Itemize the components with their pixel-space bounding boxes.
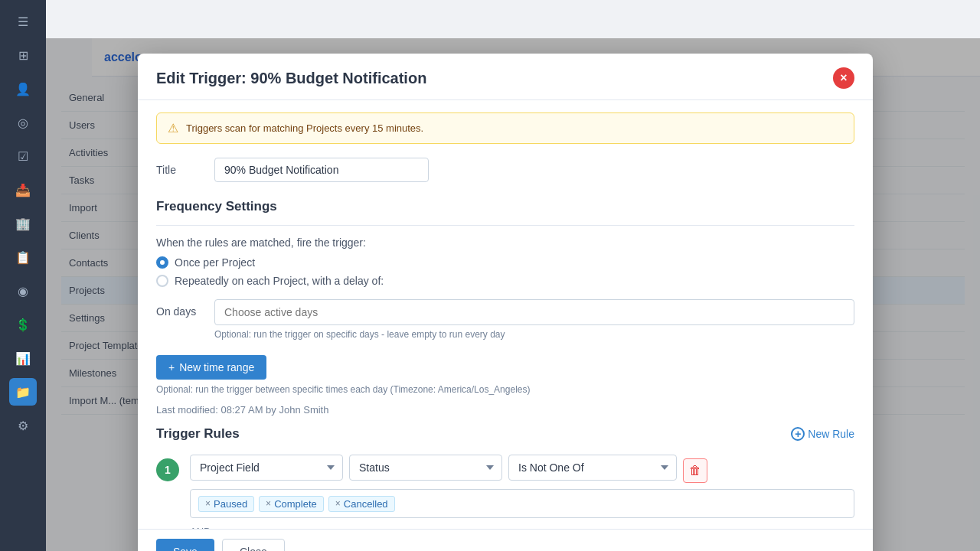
once-per-project-radio[interactable]: Once per Project: [156, 256, 854, 269]
sidebar-clients-icon[interactable]: 🏢: [9, 210, 37, 237]
rule-1-number: 1: [156, 458, 179, 481]
title-input[interactable]: [214, 158, 429, 182]
save-button[interactable]: Save: [156, 539, 214, 551]
sidebar-tasks-icon[interactable]: ☑: [9, 142, 37, 170]
plus-icon: +: [168, 361, 175, 373]
last-modified-text: Last modified: 08:27 AM by John Smith: [156, 404, 854, 416]
tag-paused-remove[interactable]: ×: [205, 499, 211, 508]
on-days-right: Optional: run the trigger on specific da…: [214, 299, 854, 340]
on-days-label: On days: [156, 299, 202, 318]
rule-project-field-select[interactable]: Project Field Budget Status Manager: [190, 455, 343, 481]
rule-selects-row: Project Field Budget Status Manager Stat…: [190, 452, 854, 483]
days-hint: Optional: run the trigger on specific da…: [214, 329, 854, 340]
sidebar-sales-icon[interactable]: 💲: [9, 311, 37, 338]
tag-cancelled-remove[interactable]: ×: [335, 499, 341, 508]
frequency-divider: [156, 225, 854, 226]
repeatedly-radio[interactable]: Repeatedly on each Project, with a delay…: [156, 275, 854, 287]
tag-complete: × Complete: [259, 496, 324, 512]
repeatedly-radio-indicator: [156, 275, 168, 287]
repeatedly-label: Repeatedly on each Project, with a delay…: [175, 275, 384, 287]
once-per-project-radio-indicator: [156, 256, 168, 269]
sidebar-import-icon[interactable]: 📥: [9, 176, 37, 204]
rule-1-fields: Project Field Budget Status Manager Stat…: [190, 452, 854, 518]
tag-cancelled: × Cancelled: [328, 496, 395, 512]
sidebar-settings-icon[interactable]: ⚙: [9, 412, 37, 439]
modal-footer: Save Close: [138, 529, 873, 551]
rule-status-select[interactable]: Status Active Paused Complete: [349, 455, 502, 481]
once-per-project-label: Once per Project: [175, 256, 255, 269]
tag-paused-label: Paused: [214, 498, 247, 510]
modal-close-button[interactable]: ×: [833, 67, 854, 89]
main-content: accelo General Users Activities Tasks Im…: [46, 38, 980, 551]
title-label: Title: [156, 164, 202, 176]
rule-1-container: 1 Project Field Budget Status Manager St…: [156, 452, 854, 518]
frequency-section-heading: Frequency Settings: [156, 193, 854, 214]
tag-complete-remove[interactable]: ×: [266, 499, 271, 508]
tag-cancelled-label: Cancelled: [344, 498, 388, 510]
modal-title: Edit Trigger: 90% Budget Notification: [156, 70, 426, 87]
sidebar-contacts-icon[interactable]: 📋: [9, 243, 37, 271]
title-row: Title: [156, 158, 854, 182]
tag-paused: × Paused: [198, 496, 254, 512]
time-range-hint: Optional: run the trigger between specif…: [156, 384, 854, 395]
sidebar-activity-icon[interactable]: ◎: [9, 109, 37, 136]
modal-header: Edit Trigger: 90% Budget Notification ×: [138, 54, 873, 100]
new-time-range-label: New time range: [179, 361, 254, 373]
new-time-range-button[interactable]: + New time range: [156, 355, 266, 380]
warning-text: Triggers scan for matching Projects ever…: [186, 122, 423, 134]
tag-complete-label: Complete: [274, 498, 317, 510]
sidebar-menu-icon[interactable]: ☰: [9, 8, 37, 35]
new-rule-label: New Rule: [808, 428, 854, 440]
sidebar: ☰ ⊞ 👤 ◎ ☑ 📥 🏢 📋 ◉ 💲 📊 📁 ⚙: [0, 0, 46, 551]
frequency-radio-group: Once per Project Repeatedly on each Proj…: [156, 256, 854, 287]
modal-body: ⚠ Triggers scan for matching Projects ev…: [138, 100, 873, 529]
sidebar-home-icon[interactable]: ⊞: [9, 41, 37, 69]
new-rule-button[interactable]: + New Rule: [791, 427, 854, 441]
rule-condition-select[interactable]: Is Not One Of Is One Of Equals Not Equal…: [508, 455, 677, 481]
trigger-rules-header: Trigger Rules + New Rule: [156, 426, 854, 442]
close-button[interactable]: Close: [222, 539, 285, 551]
sidebar-campaigns-icon[interactable]: ◉: [9, 277, 37, 305]
trigger-rules-title: Trigger Rules: [156, 426, 240, 442]
warning-icon: ⚠: [168, 121, 178, 135]
days-input[interactable]: [214, 299, 854, 325]
rule-1-tags-row[interactable]: × Paused × Complete × Cancelled: [190, 489, 854, 518]
warning-banner: ⚠ Triggers scan for matching Projects ev…: [156, 112, 854, 144]
sidebar-projects-icon[interactable]: 📁: [9, 378, 37, 406]
sidebar-reports-icon[interactable]: 📊: [9, 344, 37, 372]
plus-circle-icon: +: [791, 427, 805, 441]
when-text: When the rules are matched, fire the tri…: [156, 236, 854, 249]
rule-1-delete-button[interactable]: 🗑: [683, 458, 707, 483]
on-days-row: On days Optional: run the trigger on spe…: [156, 299, 854, 340]
edit-trigger-modal: Edit Trigger: 90% Budget Notification × …: [138, 54, 873, 551]
sidebar-users-icon[interactable]: 👤: [9, 75, 37, 103]
